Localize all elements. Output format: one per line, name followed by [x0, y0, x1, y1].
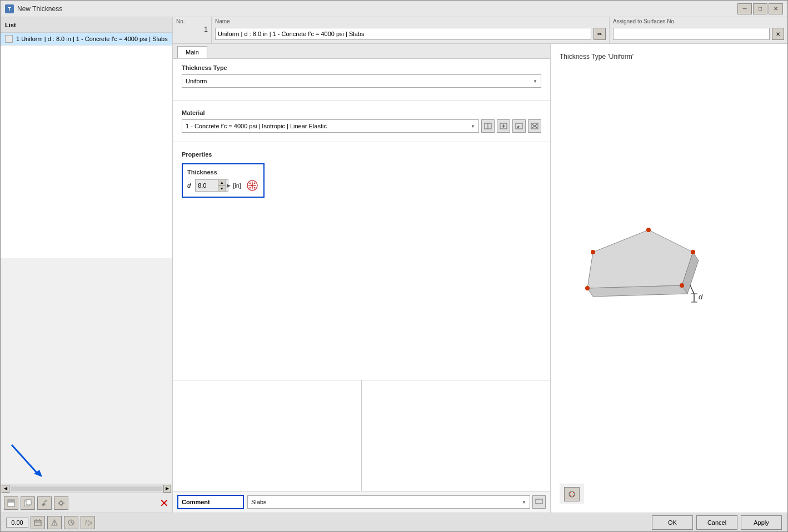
window-title: New Thickness: [17, 5, 62, 13]
thickness-unit: [in]: [233, 182, 241, 189]
thickness-section-label: Thickness: [187, 169, 259, 175]
comment-value: Slabs: [251, 499, 267, 505]
title-bar: T New Thickness ─ □ ✕: [1, 1, 787, 17]
name-edit-button[interactable]: ✏: [594, 28, 606, 40]
comment-dropdown-arrow: ▼: [522, 500, 526, 505]
material-value: 1 - Concrete f'c = 4000 psi | Isotropic …: [186, 123, 327, 129]
shape-preview: d: [560, 65, 715, 484]
form-spacer: [173, 205, 550, 380]
title-bar-left: T New Thickness: [5, 4, 62, 13]
svg-point-35: [691, 250, 695, 254]
apply-button[interactable]: Apply: [741, 515, 782, 530]
scroll-left-button[interactable]: ◀: [2, 485, 9, 493]
thickness-type-label: Thickness Type: [182, 64, 541, 71]
svg-point-25: [249, 183, 251, 184]
material-book-button[interactable]: [481, 119, 495, 133]
thickness-type-row: Uniform ▼: [182, 74, 541, 88]
new-item-button[interactable]: [4, 496, 18, 510]
list-item-label: 1 Uniform | d : 8.0 in | 1 - Concrete f'…: [16, 36, 168, 42]
close-button[interactable]: ✕: [769, 3, 783, 14]
bottom-bar: 0.00 f(x) OK Cancel Apply: [1, 513, 787, 531]
list-content: 1 Uniform | d : 8.0 in | 1 - Concrete f'…: [1, 33, 172, 258]
delete-button[interactable]: ✕: [159, 496, 169, 510]
svg-point-27: [249, 187, 251, 189]
thickness-type-dropdown[interactable]: Uniform ▼: [182, 74, 541, 88]
preview-action-button[interactable]: [564, 487, 580, 501]
bottom-value: 0.00: [6, 518, 28, 528]
svg-point-33: [591, 250, 595, 254]
right-panel: No. 1 Name ✏ Assigned to Surfaces No. ✕: [173, 17, 787, 513]
thickness-value-input[interactable]: [198, 182, 218, 189]
preview-area: Thickness Type 'Uniform': [551, 44, 787, 513]
rename-button[interactable]: [37, 496, 52, 510]
settings-button[interactable]: [54, 496, 68, 510]
dropdown-arrow-icon: ▼: [533, 79, 537, 84]
tab-bar: Main: [173, 44, 550, 59]
svg-point-28: [253, 187, 255, 189]
assigned-input[interactable]: [613, 28, 770, 40]
assigned-action-button[interactable]: ✕: [772, 28, 784, 40]
spin-down-button[interactable]: ▼: [218, 185, 226, 192]
window-icon: T: [5, 4, 14, 13]
assigned-label: Assigned to Surfaces No.: [613, 18, 784, 24]
bottom-icon-1[interactable]: [31, 516, 45, 529]
divider-2: [173, 142, 550, 142]
thickness-d-label: d: [187, 182, 191, 189]
thickness-type-section: Thickness Type Uniform ▼: [173, 59, 550, 97]
material-edit-button[interactable]: [512, 119, 526, 133]
ok-button[interactable]: OK: [652, 515, 693, 530]
main-window: T New Thickness ─ □ ✕ List 1 Uniform | d…: [0, 0, 788, 532]
title-controls: ─ □ ✕: [737, 3, 783, 14]
no-label: No.: [176, 18, 208, 24]
duplicate-button[interactable]: [21, 496, 35, 510]
header-name: Name ✏: [212, 17, 610, 43]
material-section: Material 1 - Concrete f'c = 4000 psi | I…: [173, 104, 550, 138]
svg-point-7: [59, 501, 63, 505]
name-input[interactable]: [215, 28, 591, 40]
svg-line-6: [44, 500, 47, 502]
svg-marker-1: [34, 470, 42, 477]
list-header: List: [1, 17, 172, 33]
svg-line-56: [71, 523, 73, 524]
material-row: 1 - Concrete f'c = 4000 psi | Isotropic …: [182, 119, 541, 133]
material-dropdown[interactable]: 1 - Concrete f'c = 4000 psi | Isotropic …: [182, 119, 479, 133]
svg-point-34: [646, 228, 651, 232]
list-item[interactable]: 1 Uniform | d : 8.0 in | 1 - Concrete f'…: [1, 33, 172, 46]
name-row: ✏: [215, 26, 606, 42]
bottom-icon-4[interactable]: f(x): [81, 516, 95, 529]
svg-point-53: [54, 524, 55, 525]
bottom-left-panel: [173, 380, 362, 491]
material-new-button[interactable]: [497, 119, 510, 133]
bottom-icon-2[interactable]: [47, 516, 62, 529]
svg-rect-5: [26, 500, 31, 505]
material-delete-button[interactable]: [528, 119, 541, 133]
minimize-button[interactable]: ─: [737, 3, 752, 14]
spin-up-button[interactable]: ▲: [218, 179, 226, 185]
assigned-row: ✕: [613, 26, 784, 42]
comment-dropdown[interactable]: Slabs ▼: [247, 495, 530, 509]
comment-action-button[interactable]: [532, 495, 546, 509]
comment-area: Comment Slabs ▼: [173, 491, 550, 513]
comment-input-area: Slabs ▼: [247, 495, 546, 509]
svg-marker-30: [587, 230, 693, 288]
scroll-right-button[interactable]: ▶: [163, 485, 171, 493]
left-panel: List 1 Uniform | d : 8.0 in | 1 - Concre…: [1, 17, 173, 513]
content-area: List 1 Uniform | d : 8.0 in | 1 - Concre…: [1, 17, 787, 513]
svg-rect-47: [34, 520, 41, 525]
thickness-scatter-button[interactable]: [246, 179, 259, 192]
main-split: Main Thickness Type Uniform ▼: [173, 44, 787, 513]
svg-line-38: [690, 285, 694, 294]
svg-point-44: [573, 492, 574, 493]
svg-line-0: [12, 445, 37, 473]
bottom-icon-3[interactable]: [64, 516, 78, 529]
svg-rect-3: [8, 500, 14, 503]
list-scrollbar: ◀ ▶: [1, 484, 172, 493]
bottom-bar-left: 0.00 f(x): [6, 516, 95, 529]
tab-main[interactable]: Main: [177, 46, 207, 58]
svg-point-46: [573, 495, 574, 496]
cancel-button[interactable]: Cancel: [696, 515, 737, 530]
restore-button[interactable]: □: [753, 3, 767, 14]
svg-point-37: [585, 286, 590, 290]
spin-buttons: ▲ ▼: [218, 179, 226, 192]
name-label: Name: [215, 18, 606, 24]
